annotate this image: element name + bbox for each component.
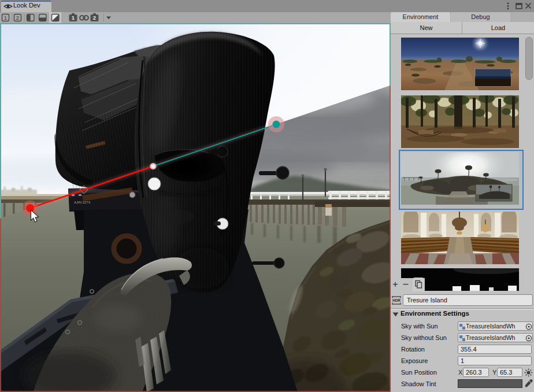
svg-text:HDR: HDR (392, 298, 400, 302)
svg-text:2: 2 (16, 14, 19, 21)
svg-text:1: 1 (72, 14, 75, 21)
svg-text:AJIN 2273: AJIN 2273 (74, 201, 91, 204)
svg-text:2: 2 (93, 14, 96, 21)
svg-text:1: 1 (4, 14, 7, 21)
